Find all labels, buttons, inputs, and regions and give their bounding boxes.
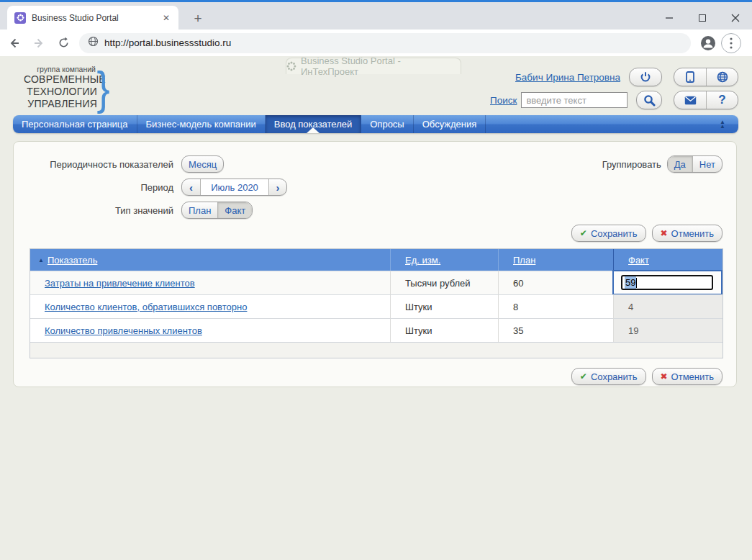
nav-tab-surveys[interactable]: Опросы [361, 115, 413, 133]
cancel-button-label: Отменить [671, 228, 714, 239]
header-button-pair-bottom: ? [674, 91, 738, 109]
new-tab-button[interactable]: + [189, 9, 207, 28]
portal-page: Business Studio Portal - ИнТехПроект гру… [0, 56, 752, 560]
check-icon: ✔ [580, 371, 587, 381]
header-cell-fact: Факт [613, 249, 722, 271]
forward-icon[interactable] [29, 33, 49, 53]
text-caret [636, 278, 637, 288]
browser-tab[interactable]: Business Studio Portal ✕ [7, 6, 178, 30]
nav-tab-label: Персональная страница [22, 119, 128, 130]
logout-button[interactable] [629, 68, 662, 86]
indicator-link[interactable]: Затраты на привлечение клиентов [45, 278, 195, 289]
minimize-button[interactable] [653, 4, 686, 32]
logo-line-1: СОВРЕМЕННЫЕ [24, 73, 97, 86]
cell-indicator: Количество привлеченных клиентов [30, 318, 390, 342]
nav-tab-label: Бизнес-модель компании [146, 119, 256, 130]
header-cell-unit: Ед. изм. [390, 249, 498, 271]
value-type-row: Тип значений План Факт [14, 202, 736, 219]
question-icon: ? [718, 93, 725, 107]
column-indicator-link[interactable]: Показатель [47, 255, 98, 266]
site-favicon-icon [14, 12, 26, 24]
tab-close-icon[interactable]: ✕ [160, 12, 173, 24]
header-button-pair-top [674, 68, 738, 86]
grouping-yes-button[interactable]: Да [668, 156, 692, 172]
nav-tab-business-model[interactable]: Бизнес-модель компании [137, 115, 266, 133]
nav-tab-label: Обсуждения [422, 119, 477, 130]
cancel-button-bottom[interactable]: ✖ Отменить [652, 368, 722, 385]
column-fact-link[interactable]: Факт [628, 255, 649, 266]
value-type-fact-button[interactable]: Факт [217, 202, 252, 218]
search-link[interactable]: Поиск [490, 95, 517, 106]
url-text[interactable]: http://portal.businessstudio.ru [104, 37, 231, 48]
window-controls [653, 4, 752, 32]
cell-fact-editing[interactable]: 59 [612, 270, 722, 295]
cell-plan: 60 [498, 271, 613, 294]
period-value[interactable]: Июль 2020 [200, 179, 268, 195]
value-type-selector: План Факт [181, 202, 253, 219]
site-info-globe-icon[interactable] [88, 36, 99, 50]
help-button[interactable]: ? [706, 91, 738, 109]
search-icon [643, 94, 656, 107]
bottom-actions: ✔ Сохранить ✖ Отменить [14, 368, 736, 385]
collapse-menu-icon[interactable]: ▲ ▲ [720, 120, 725, 129]
power-icon [640, 71, 651, 83]
logo-brace: } [97, 66, 110, 111]
period-next-button[interactable]: › [268, 179, 286, 195]
refresh-icon[interactable] [53, 33, 73, 53]
close-button[interactable] [719, 4, 752, 32]
messages-button[interactable] [674, 91, 706, 109]
period-prev-button[interactable]: ‹ [182, 179, 200, 195]
nav-tab-personal-page[interactable]: Персональная страница [13, 115, 137, 133]
user-name-link[interactable]: Бабич Ирина Петровна [515, 72, 620, 83]
mobile-version-button[interactable] [674, 68, 706, 86]
save-button-bottom[interactable]: ✔ Сохранить [571, 368, 646, 385]
grouping-selector: Да Нет [667, 155, 722, 173]
nav-tab-label: Ввод показателей [274, 119, 353, 130]
browser-toolbar: http://portal.businessstudio.ru [0, 30, 752, 56]
fact-value-input[interactable]: 59 [621, 275, 713, 290]
filters-area: Периодичность показателей Месяц Период ‹… [14, 142, 736, 219]
value-type-plan-button[interactable]: План [182, 202, 217, 218]
logo-line-small: группа компаний [24, 65, 97, 73]
fact-input-selected-text: 59 [625, 276, 636, 289]
save-button-top[interactable]: ✔ Сохранить [571, 225, 646, 242]
header-cell-plan: План [498, 249, 613, 271]
value-type-label: Тип значений [14, 205, 173, 216]
nav-tab-discussions[interactable]: Обсуждения [414, 115, 486, 133]
cell-plan: 35 [498, 318, 613, 342]
browser-menu-icon[interactable] [721, 33, 741, 53]
cell-indicator: Количество клиентов, обратившихся повтор… [30, 294, 390, 318]
maximize-icon [699, 14, 706, 22]
column-plan-link[interactable]: План [513, 255, 535, 266]
company-logo: группа компаний СОВРЕМЕННЫЕ ТЕХНОЛОГИИ У… [24, 65, 124, 110]
cell-fact[interactable]: 4 [613, 294, 722, 318]
cell-unit: Тысячи рублей [390, 271, 498, 294]
cell-unit: Штуки [390, 318, 498, 342]
indicators-table: ▲ Показатель Ед. изм. План Факт Затраты … [30, 248, 723, 358]
grouping-no-button[interactable]: Нет [692, 156, 722, 172]
grouping-row: Группировать Да Нет [602, 155, 722, 173]
header-cell-indicator: ▲ Показатель [30, 249, 390, 271]
main-navigation: Персональная страница Бизнес-модель комп… [13, 115, 738, 133]
gear-icon [286, 61, 296, 71]
column-unit-link[interactable]: Ед. изм. [405, 255, 440, 266]
cell-indicator: Затраты на привлечение клиентов [30, 271, 390, 294]
cancel-button-label: Отменить [671, 371, 714, 382]
header-user-area: Бабич Ирина Петровна Поиск [490, 68, 738, 114]
back-icon[interactable] [4, 33, 24, 53]
language-button[interactable] [706, 68, 738, 86]
cell-fact[interactable]: 19 [613, 318, 722, 342]
indicator-link[interactable]: Количество привлеченных клиентов [45, 325, 202, 336]
maximize-button[interactable] [686, 4, 719, 32]
profile-avatar-icon[interactable] [698, 33, 718, 53]
indicator-entry-panel: Периодичность показателей Месяц Период ‹… [13, 141, 737, 387]
search-button[interactable] [636, 91, 662, 109]
indicator-link[interactable]: Количество клиентов, обратившихся повтор… [45, 302, 247, 312]
search-input[interactable] [521, 92, 628, 108]
cancel-button-top[interactable]: ✖ Отменить [652, 225, 722, 242]
nav-tab-indicator-entry[interactable]: Ввод показателей [266, 115, 362, 133]
globe-icon [717, 71, 728, 83]
url-bar[interactable]: http://portal.businessstudio.ru [79, 33, 691, 53]
period-label: Период [14, 182, 173, 193]
periodicity-month-button[interactable]: Месяц [181, 155, 224, 173]
